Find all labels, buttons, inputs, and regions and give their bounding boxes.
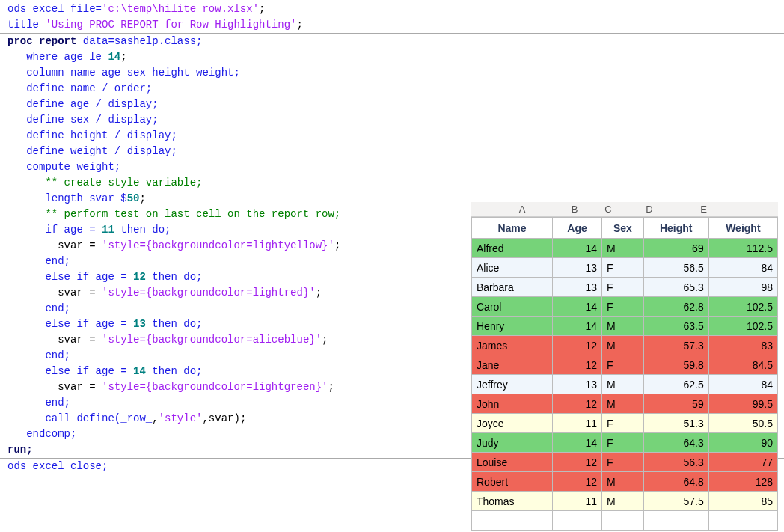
code-token: end; [7,349,70,361]
code-token: run; [7,444,33,456]
code-token: 'style={backgroundcolor=lightyellow}' [102,239,334,251]
cell: 90 [708,433,777,453]
code-token: ** perform test on last cell on the repo… [7,208,340,220]
code-token: 11 [102,224,114,236]
table-row: Carol14F62.8102.5 [472,297,778,317]
cell: M [602,492,644,511]
code-line: define sex / display; [7,112,784,128]
code-token: svar = [7,239,102,251]
code-token: ods excel close; [7,460,108,472]
table-row [472,511,778,531]
col-header-name: Name [472,218,553,239]
cell: 57.3 [643,336,708,355]
cell: Alice [472,258,553,278]
code-token: else if age = [7,318,133,330]
code-token: proc [7,35,39,47]
code-token: title [7,19,45,31]
code-token: 14 [133,365,146,377]
cell: Barbara [472,278,553,297]
code-token: _row_ [120,412,152,424]
code-token: compute [7,161,76,173]
code-token: 12 [133,271,146,283]
code-token: ; [139,192,145,204]
cell: John [472,394,553,414]
code-token: define [7,145,70,157]
cell: 12 [553,472,602,492]
table-row: Jane12F59.884.5 [472,355,778,375]
code-line: ** create style variable; [7,175,784,191]
spreadsheet-preview: A B C D E Name Age Sex Height Weight Alf… [471,202,778,531]
cell: 65.3 [643,278,708,297]
code-token: 'style={backgroundcolor=lightred}' [102,287,316,299]
code-line: column name age sex height weight; [7,65,784,81]
col-letter: C [593,202,623,216]
cell: 64.8 [643,472,708,492]
cell: 11 [553,492,602,511]
cell: 51.3 [643,414,708,433]
code-token: 14 [108,51,120,63]
col-letter: E [676,202,732,216]
table-row: Alfred14M69112.5 [472,239,778,258]
table-row: Barbara13F65.398 [472,278,778,297]
cell: M [602,394,644,414]
code-token: 'Using PROC REPORT for Row Highlighting' [45,19,296,31]
cell: 98 [708,278,777,297]
code-token: define [7,129,70,141]
code-token: ods excel file= [7,3,102,15]
code-token: ; [120,51,126,63]
code-token: 'style={backgroundcolor=lightgreen}' [102,381,328,393]
col-letter: B [556,202,593,216]
cell: F [602,453,644,472]
cell [553,511,602,531]
cell: M [602,239,644,258]
cell: Jeffrey [472,375,553,394]
code-token: , [152,412,158,424]
code-token: define [7,82,70,94]
code-token: weight; [76,161,120,173]
code-line: ods excel file='c:\temp\hilite_row.xlsx'… [7,1,784,17]
cell: James [472,336,553,355]
code-token: call define( [7,412,120,424]
code-token: ; [334,239,340,251]
code-line: proc report data=sashelp.class; [7,34,784,49]
cell: 13 [553,258,602,278]
cell: Henry [472,317,553,336]
code-token: sex / display; [70,114,159,126]
cell: 57.5 [643,492,708,511]
cell: 14 [553,433,602,453]
cell: M [602,317,644,336]
cell: 99.5 [708,394,777,414]
cell: 112.5 [708,239,777,258]
cell: 14 [553,297,602,317]
code-token: svar = [7,287,102,299]
table-row: John12M5999.5 [472,394,778,414]
cell: 12 [553,336,602,355]
code-token: ,svar); [202,412,246,424]
cell: 62.8 [643,297,708,317]
code-token: then do; [114,224,171,236]
cell: 59 [643,394,708,414]
table-row: James12M57.383 [472,336,778,355]
col-header-sex: Sex [602,218,644,239]
code-token: where age le [7,51,108,63]
row-head-spacer [471,202,489,216]
cell: F [602,355,644,375]
code-token: ** create style variable; [7,177,202,189]
cell: 102.5 [708,317,777,336]
cell: 14 [553,317,602,336]
col-letter: A [489,202,556,216]
code-token: end; [7,255,70,267]
table-header-row: Name Age Sex Height Weight [472,218,778,239]
cell: Thomas [472,492,553,511]
code-token: weight / display; [70,145,177,157]
cell: 128 [708,472,777,492]
col-header-height: Height [643,218,708,239]
code-token: svar = [7,334,102,346]
code-token: else if age = [7,365,133,377]
code-token: ; [259,3,265,15]
cell: 56.5 [643,258,708,278]
cell: Louise [472,453,553,472]
code-token: end; [7,397,70,409]
table-row: Jeffrey13M62.584 [472,375,778,394]
code-token: column name age sex height weight; [7,67,240,79]
